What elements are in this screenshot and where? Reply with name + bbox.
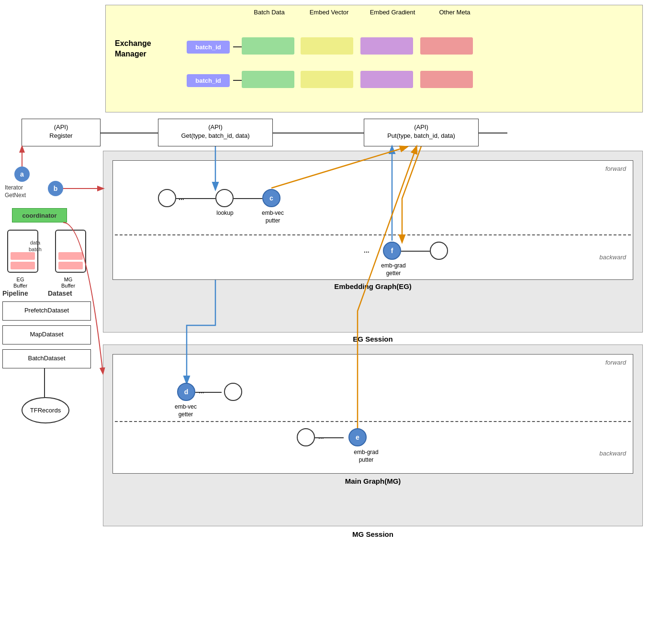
cell-purple-1 <box>360 37 413 55</box>
api-connect-line-2 <box>273 133 364 133</box>
api-put-box: (API)Put(type, batch_id, data) <box>364 119 479 146</box>
mg-dots-e: ... <box>318 433 324 440</box>
cell-yellow-1 <box>301 37 353 55</box>
batch-dataset-box: BatchDataset <box>2 349 91 368</box>
eg-dots-1: ... <box>179 194 184 201</box>
arrow-2 <box>233 80 242 81</box>
eg-graph-label: Embedding Graph(EG) <box>112 282 633 290</box>
eg-node-empty1 <box>158 189 176 207</box>
eg-graph-box <box>112 160 633 280</box>
eg-session-label: EG Session <box>103 335 643 343</box>
coordinator-box: coordinator <box>12 208 67 222</box>
col-header-other-meta: Other Meta <box>431 9 479 17</box>
mg-forward-label: forward <box>605 359 626 366</box>
eg-buffer-label: EGBuffer <box>2 277 38 289</box>
data-batch-label: databatch <box>29 239 42 253</box>
api-connect-line-3 <box>479 133 507 133</box>
eg-line-lookup-c <box>234 198 262 199</box>
node-b: b <box>48 181 63 196</box>
mg-node-after-d <box>224 383 242 401</box>
emb-grad-getter-label: emb-gradgetter <box>374 262 413 277</box>
batch-id-1: batch_id <box>187 41 230 54</box>
eg-line-e1-lookup <box>176 198 215 199</box>
mg-session-label: MG Session <box>103 530 643 538</box>
node-d: d <box>177 383 195 401</box>
exchange-manager-label: Exchange Manager <box>115 38 151 60</box>
cell-purple-2 <box>360 71 413 88</box>
exchange-manager-box <box>105 5 643 112</box>
emb-grad-putter-label: emb-gradputter <box>347 449 385 464</box>
cell-green-2 <box>242 71 294 88</box>
eg-forward-label: forward <box>605 165 626 172</box>
node-f: f <box>383 242 401 260</box>
api-register-box: (API)Register <box>22 119 101 146</box>
cell-red-1 <box>420 37 473 55</box>
eg-node-lookup <box>215 189 234 207</box>
mg-dashed-divider <box>115 421 631 422</box>
api-connect-line-1 <box>101 133 158 133</box>
batch-id-2: batch_id <box>187 74 230 87</box>
node-a: a <box>14 167 30 182</box>
eg-dashed-divider <box>115 234 631 235</box>
emb-vec-getter-label: emb-vecgetter <box>167 403 205 418</box>
eg-dots-f: ... <box>364 246 370 254</box>
prefetch-dataset-box: PrefetchDataset <box>2 301 91 321</box>
batch-to-tf-line <box>44 368 45 397</box>
eg-line-f-empty <box>401 251 430 252</box>
pipeline-label: Pipeline <box>2 289 28 297</box>
mg-graph-label: Main Graph(MG) <box>112 477 633 485</box>
iterator-getnext-label: IteratorGetNext <box>5 184 26 199</box>
dataset-label: Dataset <box>48 289 72 297</box>
eg-backward-label: backward <box>599 254 626 261</box>
col-header-embed-vector: Embed Vector <box>302 9 357 17</box>
cell-red-2 <box>420 71 473 88</box>
api-get-box: (API)Get(type, batch_id, data) <box>158 119 273 146</box>
mg-buffer-label: MGBuffer <box>50 277 86 289</box>
eg-node-after-f <box>430 242 448 260</box>
node-e: e <box>348 428 367 446</box>
mg-dots-d: ... <box>199 387 204 395</box>
emb-vec-putter-label: emb-vecputter <box>256 210 290 224</box>
mg-buffer-cylinder <box>55 230 86 273</box>
arrow-1 <box>233 46 242 47</box>
cell-green-1 <box>242 37 294 55</box>
map-dataset-box: MapDataset <box>2 325 91 344</box>
tfrecords-shape: TFRecords <box>22 397 69 423</box>
node-c: c <box>262 189 280 207</box>
cell-yellow-2 <box>301 71 353 88</box>
col-header-batch: Batch Data <box>242 9 297 17</box>
mg-node-before-e <box>297 428 315 446</box>
lookup-label: lookup <box>213 210 237 216</box>
col-header-embed-gradient: Embed Gradient <box>361 9 424 17</box>
mg-backward-label: backward <box>599 450 626 457</box>
